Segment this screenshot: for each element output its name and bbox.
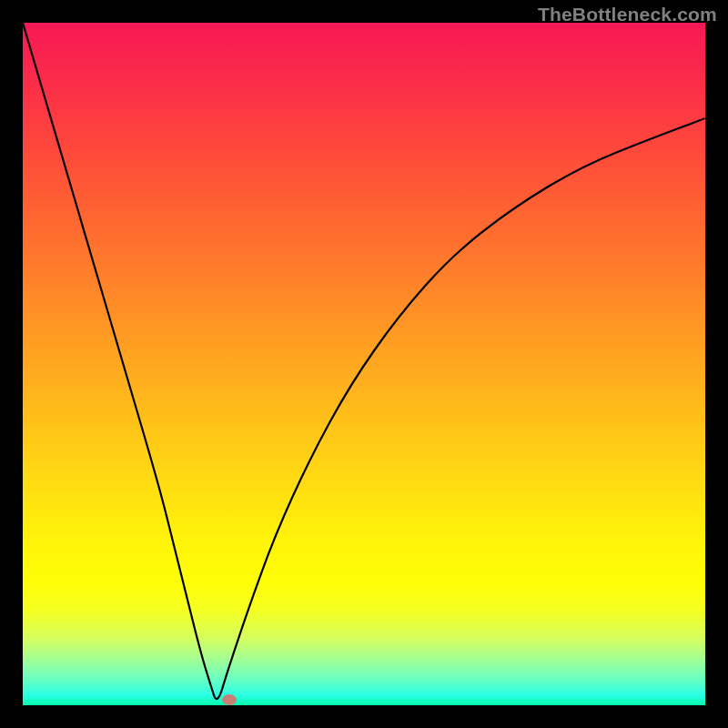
optimal-point-marker <box>222 694 237 705</box>
bottleneck-curve <box>23 23 705 705</box>
plot-area <box>23 23 705 705</box>
curve-path <box>23 23 705 699</box>
watermark-text: TheBottleneck.com <box>538 4 717 25</box>
chart-container: TheBottleneck.com <box>0 0 728 728</box>
